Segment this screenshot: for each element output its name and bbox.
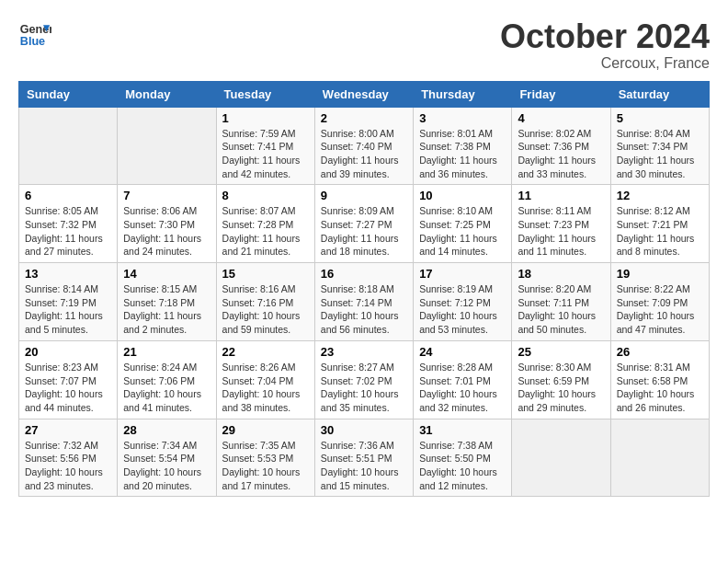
location-title: Cercoux, France xyxy=(500,55,710,72)
day-detail: Sunrise: 7:36 AM Sunset: 5:51 PM Dayligh… xyxy=(321,439,407,493)
day-number: 17 xyxy=(419,267,506,281)
day-number: 6 xyxy=(25,189,111,202)
day-number: 30 xyxy=(321,423,407,437)
header-cell-monday: Monday xyxy=(118,81,216,107)
day-number: 2 xyxy=(321,111,407,125)
day-number: 9 xyxy=(321,189,407,202)
day-number: 19 xyxy=(617,267,703,281)
empty-cell xyxy=(610,419,709,497)
day-detail: Sunrise: 8:28 AM Sunset: 7:01 PM Dayligh… xyxy=(419,361,506,415)
day-cell-6: 6Sunrise: 8:05 AM Sunset: 7:32 PM Daylig… xyxy=(19,185,118,263)
day-cell-27: 27Sunrise: 7:32 AM Sunset: 5:56 PM Dayli… xyxy=(19,419,118,497)
day-number: 18 xyxy=(518,267,604,281)
day-cell-19: 19Sunrise: 8:22 AM Sunset: 7:09 PM Dayli… xyxy=(610,263,709,341)
day-cell-14: 14Sunrise: 8:15 AM Sunset: 7:18 PM Dayli… xyxy=(118,263,216,341)
day-detail: Sunrise: 8:24 AM Sunset: 7:06 PM Dayligh… xyxy=(123,361,210,415)
day-cell-21: 21Sunrise: 8:24 AM Sunset: 7:06 PM Dayli… xyxy=(118,340,216,419)
day-cell-4: 4Sunrise: 8:02 AM Sunset: 7:36 PM Daylig… xyxy=(512,107,610,185)
logo: General Blue xyxy=(18,18,51,52)
day-detail: Sunrise: 8:00 AM Sunset: 7:40 PM Dayligh… xyxy=(321,127,407,181)
day-number: 21 xyxy=(123,345,210,359)
day-detail: Sunrise: 8:05 AM Sunset: 7:32 PM Dayligh… xyxy=(25,204,111,259)
day-number: 31 xyxy=(419,423,506,437)
day-cell-15: 15Sunrise: 8:16 AM Sunset: 7:16 PM Dayli… xyxy=(216,263,314,341)
header-row: SundayMondayTuesdayWednesdayThursdayFrid… xyxy=(19,81,710,107)
day-detail: Sunrise: 8:02 AM Sunset: 7:36 PM Dayligh… xyxy=(518,127,604,181)
day-cell-11: 11Sunrise: 8:11 AM Sunset: 7:23 PM Dayli… xyxy=(512,185,610,263)
day-detail: Sunrise: 7:34 AM Sunset: 5:54 PM Dayligh… xyxy=(123,439,210,493)
week-row-4: 20Sunrise: 8:23 AM Sunset: 7:07 PM Dayli… xyxy=(19,340,710,419)
day-number: 13 xyxy=(25,267,111,281)
day-number: 25 xyxy=(518,345,604,359)
day-cell-5: 5Sunrise: 8:04 AM Sunset: 7:34 PM Daylig… xyxy=(610,107,709,185)
day-detail: Sunrise: 8:15 AM Sunset: 7:18 PM Dayligh… xyxy=(123,282,210,337)
day-detail: Sunrise: 8:04 AM Sunset: 7:34 PM Dayligh… xyxy=(617,127,703,181)
header-cell-saturday: Saturday xyxy=(610,81,709,107)
day-detail: Sunrise: 8:16 AM Sunset: 7:16 PM Dayligh… xyxy=(222,282,309,337)
day-number: 28 xyxy=(123,423,210,437)
month-title: October 2024 xyxy=(500,18,710,55)
day-detail: Sunrise: 7:32 AM Sunset: 5:56 PM Dayligh… xyxy=(25,439,111,493)
day-detail: Sunrise: 8:07 AM Sunset: 7:28 PM Dayligh… xyxy=(222,204,309,259)
day-cell-3: 3Sunrise: 8:01 AM Sunset: 7:38 PM Daylig… xyxy=(414,107,512,185)
day-cell-22: 22Sunrise: 8:26 AM Sunset: 7:04 PM Dayli… xyxy=(216,340,314,419)
day-cell-7: 7Sunrise: 8:06 AM Sunset: 7:30 PM Daylig… xyxy=(118,185,216,263)
day-number: 23 xyxy=(321,345,407,359)
day-number: 15 xyxy=(222,267,309,281)
day-cell-20: 20Sunrise: 8:23 AM Sunset: 7:07 PM Dayli… xyxy=(19,340,118,419)
day-number: 11 xyxy=(518,189,604,202)
day-cell-26: 26Sunrise: 8:31 AM Sunset: 6:58 PM Dayli… xyxy=(610,340,709,419)
day-detail: Sunrise: 8:11 AM Sunset: 7:23 PM Dayligh… xyxy=(518,204,604,259)
header-cell-sunday: Sunday xyxy=(19,81,118,107)
day-detail: Sunrise: 8:23 AM Sunset: 7:07 PM Dayligh… xyxy=(25,361,111,415)
day-cell-23: 23Sunrise: 8:27 AM Sunset: 7:02 PM Dayli… xyxy=(314,340,413,419)
day-number: 5 xyxy=(617,111,703,125)
week-row-1: 1Sunrise: 7:59 AM Sunset: 7:41 PM Daylig… xyxy=(19,107,710,185)
day-detail: Sunrise: 8:14 AM Sunset: 7:19 PM Dayligh… xyxy=(25,282,111,337)
day-detail: Sunrise: 8:19 AM Sunset: 7:12 PM Dayligh… xyxy=(419,282,506,337)
day-detail: Sunrise: 8:27 AM Sunset: 7:02 PM Dayligh… xyxy=(321,361,407,415)
day-number: 7 xyxy=(123,189,210,202)
day-cell-1: 1Sunrise: 7:59 AM Sunset: 7:41 PM Daylig… xyxy=(216,107,314,185)
title-area: October 2024 Cercoux, France xyxy=(500,18,710,72)
svg-text:Blue: Blue xyxy=(20,35,45,48)
week-row-2: 6Sunrise: 8:05 AM Sunset: 7:32 PM Daylig… xyxy=(19,185,710,263)
day-detail: Sunrise: 8:30 AM Sunset: 6:59 PM Dayligh… xyxy=(518,361,604,415)
page-header: General Blue October 2024 Cercoux, Franc… xyxy=(18,18,710,72)
day-number: 4 xyxy=(518,111,604,125)
day-number: 29 xyxy=(222,423,309,437)
day-detail: Sunrise: 8:31 AM Sunset: 6:58 PM Dayligh… xyxy=(617,361,703,415)
day-cell-31: 31Sunrise: 7:38 AM Sunset: 5:50 PM Dayli… xyxy=(414,419,512,497)
day-number: 3 xyxy=(419,111,506,125)
day-detail: Sunrise: 8:06 AM Sunset: 7:30 PM Dayligh… xyxy=(123,204,210,259)
day-cell-17: 17Sunrise: 8:19 AM Sunset: 7:12 PM Dayli… xyxy=(414,263,512,341)
day-detail: Sunrise: 8:18 AM Sunset: 7:14 PM Dayligh… xyxy=(321,282,407,337)
day-number: 20 xyxy=(25,345,111,359)
day-cell-29: 29Sunrise: 7:35 AM Sunset: 5:53 PM Dayli… xyxy=(216,419,314,497)
day-cell-18: 18Sunrise: 8:20 AM Sunset: 7:11 PM Dayli… xyxy=(512,263,610,341)
day-detail: Sunrise: 8:20 AM Sunset: 7:11 PM Dayligh… xyxy=(518,282,604,337)
day-cell-30: 30Sunrise: 7:36 AM Sunset: 5:51 PM Dayli… xyxy=(314,419,413,497)
day-number: 16 xyxy=(321,267,407,281)
calendar-table: SundayMondayTuesdayWednesdayThursdayFrid… xyxy=(18,81,710,498)
header-cell-thursday: Thursday xyxy=(414,81,512,107)
day-detail: Sunrise: 8:26 AM Sunset: 7:04 PM Dayligh… xyxy=(222,361,309,415)
day-cell-24: 24Sunrise: 8:28 AM Sunset: 7:01 PM Dayli… xyxy=(414,340,512,419)
day-detail: Sunrise: 8:09 AM Sunset: 7:27 PM Dayligh… xyxy=(321,204,407,259)
day-number: 26 xyxy=(617,345,703,359)
empty-cell xyxy=(118,107,216,185)
day-detail: Sunrise: 8:01 AM Sunset: 7:38 PM Dayligh… xyxy=(419,127,506,181)
header-cell-friday: Friday xyxy=(512,81,610,107)
day-detail: Sunrise: 7:38 AM Sunset: 5:50 PM Dayligh… xyxy=(419,439,506,493)
empty-cell xyxy=(512,419,610,497)
day-cell-9: 9Sunrise: 8:09 AM Sunset: 7:27 PM Daylig… xyxy=(314,185,413,263)
day-detail: Sunrise: 7:35 AM Sunset: 5:53 PM Dayligh… xyxy=(222,439,309,493)
day-cell-25: 25Sunrise: 8:30 AM Sunset: 6:59 PM Dayli… xyxy=(512,340,610,419)
day-cell-12: 12Sunrise: 8:12 AM Sunset: 7:21 PM Dayli… xyxy=(610,185,709,263)
day-number: 12 xyxy=(617,189,703,202)
day-number: 24 xyxy=(419,345,506,359)
day-cell-28: 28Sunrise: 7:34 AM Sunset: 5:54 PM Dayli… xyxy=(118,419,216,497)
day-number: 1 xyxy=(222,111,309,125)
logo-icon: General Blue xyxy=(18,18,51,52)
day-number: 27 xyxy=(25,423,111,437)
